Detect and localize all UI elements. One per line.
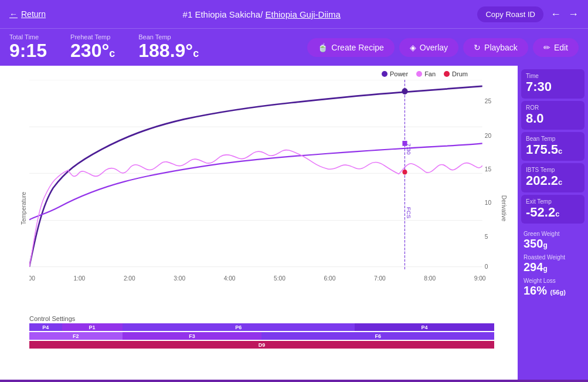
nav-arrows: ← → xyxy=(550,8,579,21)
bean-temp-value: 188.9°c xyxy=(138,40,199,61)
svg-text:20: 20 xyxy=(485,131,491,138)
drum-row: D9 xyxy=(29,341,494,349)
total-time-value: 9:15 xyxy=(9,40,47,61)
return-button[interactable]: ← Return xyxy=(9,9,46,19)
prev-arrow-button[interactable]: ← xyxy=(550,8,561,21)
weight-section: Green Weight 350g Roasted Weight 294g We… xyxy=(521,228,584,303)
time-label: Time xyxy=(526,73,580,79)
return-label: Return xyxy=(21,9,46,19)
exit-temp-value: -52.2c xyxy=(526,205,580,220)
svg-text:2:00: 2:00 xyxy=(124,275,135,282)
fan-seg-f3: F3 xyxy=(123,332,262,340)
weight-loss-item: Weight Loss 16% (56g) xyxy=(524,278,582,298)
roasted-weight-label: Roasted Weight xyxy=(524,254,582,261)
fan-seg-f6: F6 xyxy=(261,332,494,340)
ror-label: ROR xyxy=(526,104,580,111)
preheat-temp-value: 230°c xyxy=(70,40,115,61)
ibts-temp-card: IBTS Temp 202.2c xyxy=(521,163,584,192)
svg-text:8:00: 8:00 xyxy=(424,275,436,282)
green-weight-item: Green Weight 350g xyxy=(524,231,582,251)
control-settings-area: Control Settings P4 P1 P6 P4 F2 F3 F6 D xyxy=(29,315,494,344)
fan-row: F2 F3 F6 xyxy=(29,332,494,340)
x-axis-labels xyxy=(29,305,494,315)
svg-text:10: 10 xyxy=(485,199,491,206)
svg-text:3:00: 3:00 xyxy=(174,275,185,282)
svg-text:4:00: 4:00 xyxy=(224,275,236,282)
title-prefix: #1 Ethiopia Sakicha/ xyxy=(183,9,266,19)
action-buttons: 🍵 Create Recipe ◈ Overlay ↻ Playback ✏ E… xyxy=(307,38,579,57)
svg-text:5: 5 xyxy=(485,233,488,240)
svg-text:7:00: 7:00 xyxy=(374,275,386,282)
power-seg-p6: P6 xyxy=(123,323,355,331)
copy-roast-button[interactable]: Copy Roast ID xyxy=(477,6,543,22)
legend-fan: Fan xyxy=(416,70,436,77)
power-seg-p4a: P4 xyxy=(29,323,62,331)
chart-area: Temperature Derivative Power Fan Drum xyxy=(0,66,518,380)
svg-point-26 xyxy=(402,88,407,94)
exit-temp-card: Exit Temp -52.2c xyxy=(521,195,584,224)
svg-text:0:00: 0:00 xyxy=(29,275,35,282)
svg-text:9:00: 9:00 xyxy=(474,275,486,282)
right-panel: Time 7:30 ROR 8.0 Bean Temp 175.5c IBTS … xyxy=(518,66,588,380)
main-content: Temperature Derivative Power Fan Drum xyxy=(0,66,588,380)
svg-text:7:30: 7:30 xyxy=(406,144,412,155)
svg-text:1:00: 1:00 xyxy=(74,275,86,282)
time-value: 7:30 xyxy=(526,79,580,94)
playback-icon: ↻ xyxy=(474,43,481,52)
fan-seg-f2: F2 xyxy=(29,332,123,340)
bean-temp-panel-label: Bean Temp xyxy=(526,136,580,142)
ror-value: 8.0 xyxy=(526,111,580,126)
time-card: Time 7:30 xyxy=(521,69,584,98)
roasted-weight-item: Roasted Weight 294g xyxy=(524,254,582,274)
legend-power: Power xyxy=(382,70,408,77)
bean-temp-panel-value: 175.5c xyxy=(526,142,580,157)
return-arrow-icon: ← xyxy=(9,9,18,19)
create-recipe-button[interactable]: 🍵 Create Recipe xyxy=(307,38,395,57)
drum-legend-dot xyxy=(444,71,450,77)
playback-button[interactable]: ↻ Playback xyxy=(463,38,528,57)
weight-loss-label: Weight Loss xyxy=(524,278,582,284)
create-recipe-icon: 🍵 xyxy=(318,43,328,52)
svg-text:25: 25 xyxy=(485,97,491,104)
y-axis-right-label: Derivative xyxy=(500,195,507,221)
roasted-weight-value: 294g xyxy=(524,261,582,274)
svg-point-30 xyxy=(402,170,407,175)
title-link[interactable]: Ethiopia Guji-Diima xyxy=(266,9,341,19)
power-seg-p1: P1 xyxy=(62,323,123,331)
chart-svg: 50 100 150 200 0 5 10 15 20 25 0:00 1:00… xyxy=(29,80,494,315)
power-seg-p4b: P4 xyxy=(355,323,494,331)
header: ← Return #1 Ethiopia Sakicha/ Ethiopia G… xyxy=(0,0,588,28)
svg-text:5:00: 5:00 xyxy=(274,275,285,282)
ibts-temp-value: 202.2c xyxy=(526,173,580,188)
bean-temp-card: Bean Temp 175.5c xyxy=(521,132,584,161)
bean-temp-group: Bean Temp 188.9°c xyxy=(138,33,199,61)
chart-legend: Power Fan Drum xyxy=(382,70,468,77)
green-weight-label: Green Weight xyxy=(524,231,582,237)
edit-icon: ✏ xyxy=(543,43,550,52)
overlay-button[interactable]: ◈ Overlay xyxy=(399,38,458,57)
roast-title: #1 Ethiopia Sakicha/ Ethiopia Guji-Diima xyxy=(53,9,470,19)
drum-seg-d9: D9 xyxy=(29,341,494,349)
total-time-group: Total Time 9:15 xyxy=(9,33,47,61)
edit-button[interactable]: ✏ Edit xyxy=(533,38,579,57)
svg-text:FCS: FCS xyxy=(406,207,412,218)
green-weight-value: 350g xyxy=(524,237,582,251)
ibts-temp-label: IBTS Temp xyxy=(526,167,580,173)
ror-card: ROR 8.0 xyxy=(521,101,584,130)
fan-legend-dot xyxy=(416,71,422,77)
overlay-icon: ◈ xyxy=(410,43,416,52)
svg-text:15: 15 xyxy=(485,165,491,173)
next-arrow-button[interactable]: → xyxy=(568,8,579,21)
control-settings-label: Control Settings xyxy=(29,315,75,322)
preheat-temp-group: Preheat Temp 230°c xyxy=(70,33,115,61)
stats-bar: Total Time 9:15 Preheat Temp 230°c Bean … xyxy=(0,28,588,66)
legend-drum: Drum xyxy=(444,70,468,77)
svg-text:0: 0 xyxy=(485,263,488,270)
power-legend-dot xyxy=(382,71,388,77)
weight-loss-value: 16% (56g) xyxy=(524,284,582,298)
y-axis-label: Temperature xyxy=(21,192,27,225)
power-row: P4 P1 P6 P4 xyxy=(29,323,494,331)
svg-text:6:00: 6:00 xyxy=(324,275,336,282)
exit-temp-label: Exit Temp xyxy=(526,198,580,205)
